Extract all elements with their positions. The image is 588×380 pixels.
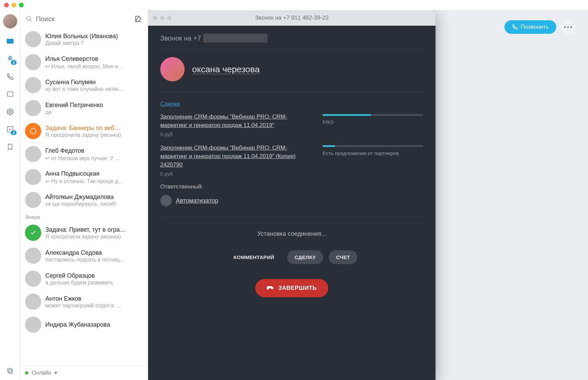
deal-stage: Есть предложения от партнеров — [323, 150, 423, 156]
nav-calls-icon[interactable] — [6, 72, 15, 81]
chat-item[interactable]: Юлия Вольных (Иванова)Давай завтра ? — [20, 28, 148, 51]
responsible-avatar[interactable] — [160, 195, 172, 206]
window-zoom-button[interactable] — [19, 3, 24, 7]
chat-avatar — [25, 192, 41, 208]
svg-point-6 — [30, 128, 36, 134]
hangup-button[interactable]: ЗАВЕРШИТЬ — [255, 279, 328, 297]
task-avatar-icon — [25, 225, 41, 241]
chat-name: Сергей Образцов — [45, 272, 143, 280]
main-area: Позвонить ••• Звонок на +7 911 462-39-22… — [148, 10, 588, 380]
chat-name: Сусанна Гюлумян — [45, 78, 143, 86]
phone-icon — [512, 24, 518, 30]
compose-button[interactable] — [134, 15, 142, 23]
nav-tasks-icon[interactable]: 2 — [6, 125, 15, 134]
call-window-titlebar[interactable]: Звонок на +7 911 462-39-22 — [148, 10, 436, 26]
user-avatar[interactable] — [3, 14, 17, 28]
nav-settings-icon[interactable] — [6, 107, 15, 116]
window-close-button[interactable] — [4, 3, 9, 7]
svg-rect-0 — [7, 39, 14, 44]
deal-link[interactable]: Заполнение CRM-формы "Вебинар PRO: CRM-м… — [160, 113, 287, 128]
nav-bookmark-icon[interactable] — [6, 143, 15, 151]
window-titlebar — [0, 0, 588, 10]
hangup-icon — [267, 284, 274, 292]
nav-disk-icon[interactable] — [6, 90, 15, 99]
chat-preview: может партнерский отдел в … — [45, 303, 143, 309]
tasks-badge: 2 — [11, 130, 16, 135]
svg-point-5 — [26, 17, 30, 21]
chat-name: Илья Селиверстов — [45, 55, 143, 63]
deal-row: Заполнение CRM-формы "Вебинар PRO: CRM-м… — [160, 144, 423, 177]
status-text: Онлайн — [32, 370, 51, 376]
chat-item[interactable]: Сусанна Гюлумянну вот я тоже случайно на… — [20, 74, 148, 97]
call-button[interactable]: Позвонить — [504, 20, 556, 34]
search-input[interactable] — [36, 15, 130, 23]
nav-chats-icon[interactable] — [6, 37, 15, 46]
notifications-badge: 3 — [11, 60, 16, 65]
status-bar[interactable]: Онлайн ▾ — [20, 365, 148, 380]
chat-preview: ↩ Илья, такой вопрос. Мне н… — [45, 63, 143, 70]
chat-preview: Давай завтра ? — [45, 40, 143, 46]
add-comment-button[interactable]: КОММЕНТАРИЙ — [226, 250, 282, 264]
deal-amount: 0 руб — [160, 131, 309, 137]
chat-item[interactable]: Задача: Баннеры по веб…Я просрочила зада… — [20, 120, 148, 143]
call-header: Звонок на +7 — [160, 34, 423, 48]
deal-link[interactable]: Заполнение CRM-формы "Вебинар PRO: CRM-м… — [160, 145, 296, 168]
responsible-link[interactable]: Автоматизатор — [176, 197, 218, 204]
call-window: Звонок на +7 911 462-39-22 Звонок на +7 … — [148, 10, 436, 380]
chat-item[interactable]: Анна Подвысоцкая↩ Ну и отлично. Так прощ… — [20, 166, 148, 188]
svg-rect-4 — [7, 369, 11, 372]
deal-progress — [323, 145, 423, 147]
call-win-minimize[interactable] — [160, 16, 164, 20]
more-button[interactable]: ••• — [561, 20, 576, 34]
nav-copy-icon[interactable] — [6, 366, 15, 375]
call-window-title: Звонок на +7 911 462-39-22 — [255, 15, 329, 21]
chat-item[interactable]: Глеб Федотов↩ от Наташи звук лучше. У … — [20, 143, 148, 166]
contact-name-link[interactable]: оксана черезова — [192, 64, 260, 75]
search-box[interactable] — [26, 15, 130, 23]
chat-name: Юлия Вольных (Иванова) — [45, 32, 143, 40]
deal-stage: PRO — [323, 119, 423, 125]
chat-item[interactable]: Илья Селиверстов↩ Илья, такой вопрос. Мн… — [20, 51, 148, 74]
add-deal-button[interactable]: СДЕЛКУ — [287, 250, 323, 264]
deals-title-link[interactable]: Сделки — [160, 101, 180, 107]
chat-preview: ну вот я тоже случайно наткн… — [45, 86, 143, 92]
redacted-number — [203, 34, 267, 43]
chat-name: Индира Жубаназарова — [45, 321, 143, 329]
call-win-zoom[interactable] — [167, 16, 171, 20]
chat-item[interactable]: Айтолкын Джумадиловаок ща поразбираюсь, … — [20, 188, 148, 211]
chat-avatar — [25, 316, 41, 333]
sidebar: Юлия Вольных (Иванова)Давай завтра ? Иль… — [20, 10, 148, 380]
deal-progress — [323, 114, 423, 116]
add-invoice-button[interactable]: СЧЕТ — [329, 250, 357, 264]
chat-preview: ↩ Ну и отлично. Так проще д… — [45, 178, 143, 184]
chat-avatar — [25, 294, 41, 310]
chat-name: Антон Ежков — [45, 295, 143, 303]
contact-avatar[interactable] — [160, 57, 185, 81]
chat-item[interactable]: Александра Седовапостараюсь подуать в пя… — [20, 244, 148, 267]
deal-row: Заполнение CRM-формы "Вебинар PRO: CRM-м… — [160, 113, 423, 137]
chat-item[interactable]: Антон Ежковможет партнерский отдел в … — [20, 290, 148, 313]
task-avatar-icon — [25, 123, 41, 139]
chat-preview: Я просрочила задачу (иконка) — [45, 132, 143, 138]
chat-item[interactable]: Индира Жубаназарова — [20, 313, 148, 336]
call-button-label: Позвонить — [521, 24, 549, 30]
chat-item[interactable]: Евгений Петриченкода — [20, 97, 148, 120]
chat-preview: Я просрочила задачу (иконка) — [45, 234, 143, 240]
svg-point-1 — [9, 111, 11, 113]
chat-name: Айтолкын Джумадилова — [45, 193, 143, 201]
online-dot-icon — [25, 371, 28, 375]
chat-item[interactable]: Задача: Привет, тут в огра…Я просрочила … — [20, 221, 148, 244]
chat-avatar — [25, 169, 41, 185]
chat-preview: ок ща поразбираюсь, пасиб! — [45, 201, 143, 207]
chat-avatar — [25, 146, 41, 162]
window-minimize-button[interactable] — [11, 3, 16, 7]
chat-name: Евгений Петриченко — [45, 101, 143, 109]
chat-name: Глеб Федотов — [45, 147, 143, 155]
nav-notifications-icon[interactable]: 3 — [6, 55, 15, 64]
chat-item[interactable]: Сергей Образцова дальше будем развивать — [20, 267, 148, 290]
call-win-close[interactable] — [153, 16, 157, 20]
chat-list[interactable]: Юлия Вольных (Иванова)Давай завтра ? Иль… — [20, 28, 148, 365]
responsible-label: Ответственный: — [160, 183, 423, 190]
chat-name: Задача: Баннеры по веб… — [45, 124, 143, 132]
chat-name: Задача: Привет, тут в огра… — [45, 226, 143, 234]
